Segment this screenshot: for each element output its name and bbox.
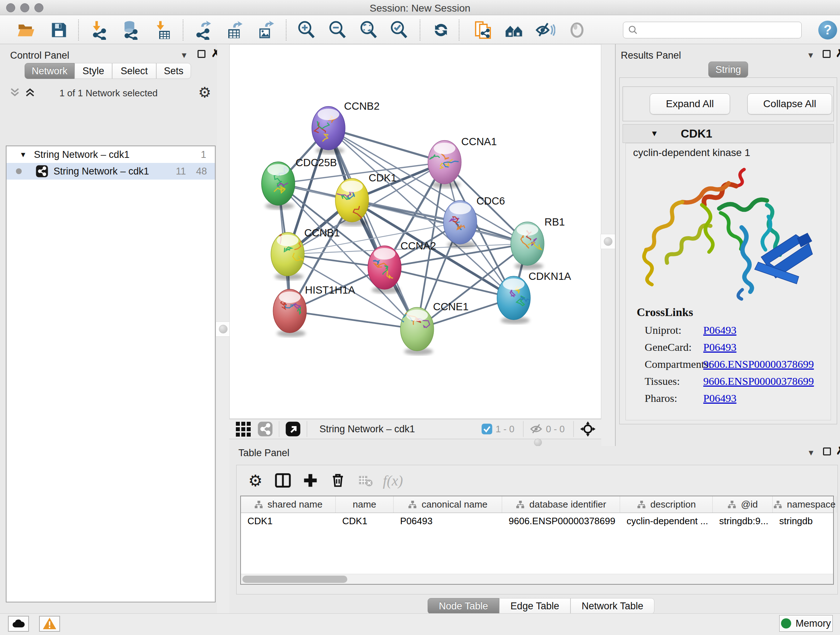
- network-node-CCNA2[interactable]: CCNA2: [368, 240, 436, 294]
- crosslink-link[interactable]: P06493: [703, 392, 737, 404]
- cloud-status-button[interactable]: [8, 616, 29, 632]
- float-panel-icon[interactable]: [823, 50, 831, 58]
- table-panel: Table Panel ▼ ✗ ⚙: [233, 446, 840, 613]
- horizontal-splitter-handle[interactable]: [534, 439, 542, 447]
- network-edge-CCNB2-CCNE1[interactable]: [328, 128, 417, 329]
- selected-checkbox-icon[interactable]: [481, 423, 493, 435]
- zoom-in-button[interactable]: [296, 19, 317, 41]
- tab-node-table[interactable]: Node Table: [428, 598, 499, 614]
- warnings-button[interactable]: [39, 616, 60, 632]
- zoom-fit-button[interactable]: [358, 19, 379, 41]
- section-collapse-icon[interactable]: ▼: [651, 129, 658, 138]
- save-session-button[interactable]: [49, 19, 69, 41]
- import-table-file-button[interactable]: [152, 19, 173, 41]
- apply-layout-button[interactable]: [431, 19, 452, 41]
- table-cell[interactable]: P06493: [393, 513, 502, 529]
- network-edge-CCNB2-CCNA1[interactable]: [328, 128, 445, 162]
- open-session-button[interactable]: [16, 19, 37, 41]
- fit-content-crosshair-icon[interactable]: [579, 421, 596, 437]
- first-neighbors-button[interactable]: [504, 19, 524, 41]
- import-network-database-button[interactable]: [120, 19, 141, 41]
- network-label: String Network – cdk1: [54, 166, 149, 177]
- network-edge-CCNA2-CDKN1A[interactable]: [385, 268, 514, 298]
- import-network-file-button[interactable]: [89, 19, 110, 41]
- show-columns-button[interactable]: [273, 470, 293, 491]
- network-node-CCNE1[interactable]: CCNE1: [399, 301, 469, 355]
- search-box[interactable]: [623, 22, 802, 38]
- left-splitter-handle[interactable]: [216, 321, 231, 337]
- create-column-button[interactable]: [300, 470, 321, 491]
- search-input[interactable]: [638, 25, 794, 36]
- network-canvas[interactable]: CCNB2CCNA1CDC25BCDK1CDC6RB1CCNB1CCNA2CDK…: [229, 44, 601, 419]
- network-node-CCNB2[interactable]: CCNB2: [312, 100, 379, 154]
- tab-network-table[interactable]: Network Table: [570, 598, 655, 614]
- column-header--id[interactable]: @id: [713, 496, 773, 513]
- column-header-name[interactable]: name: [336, 496, 393, 513]
- table-row[interactable]: CDK1CDK1P064939606.ENSP00000378699cyclin…: [241, 513, 833, 529]
- expand-all-button[interactable]: Expand All: [650, 93, 730, 114]
- hidden-eye-slash-icon[interactable]: [529, 422, 543, 436]
- tab-select[interactable]: Select: [112, 63, 156, 79]
- tab-style[interactable]: Style: [74, 63, 112, 79]
- tab-network[interactable]: Network: [25, 63, 74, 79]
- network-node-CDC6[interactable]: CDC6: [444, 195, 505, 249]
- share-network-icon[interactable]: [257, 421, 273, 437]
- crosslink-link[interactable]: P06493: [703, 324, 737, 336]
- column-header-database-identifier[interactable]: database identifier: [502, 496, 620, 513]
- export-network-button[interactable]: [193, 19, 214, 41]
- memory-button[interactable]: Memory: [779, 615, 833, 632]
- crosslink-link[interactable]: 9606.ENSP00000378699: [703, 358, 814, 371]
- close-panel-icon[interactable]: ✗: [836, 49, 840, 57]
- export-network-icon: [194, 20, 213, 40]
- table-cell[interactable]: CDK1: [336, 513, 393, 529]
- crosslink-link[interactable]: P06493: [703, 341, 737, 353]
- delete-column-button[interactable]: [328, 470, 348, 491]
- network-row-selected[interactable]: String Network – cdk1 11 48: [6, 163, 215, 180]
- network-collection-row[interactable]: ▼ String Network – cdk1 1: [6, 146, 215, 163]
- zoom-selected-button[interactable]: [388, 19, 409, 41]
- search-icon: [628, 25, 638, 35]
- help-button[interactable]: ?: [818, 21, 837, 40]
- column-header-canonical-name[interactable]: canonical name: [393, 496, 502, 513]
- zoom-out-button[interactable]: [327, 19, 348, 41]
- open-in-window-icon[interactable]: [285, 421, 301, 437]
- clone-network-button[interactable]: [472, 19, 493, 41]
- table-cell[interactable]: CDK1: [241, 513, 336, 529]
- tab-sets[interactable]: Sets: [156, 63, 191, 79]
- scrollbar-thumb[interactable]: [242, 576, 347, 583]
- hide-selected-button[interactable]: [535, 19, 556, 41]
- table-cell[interactable]: stringdb:9...: [713, 513, 773, 529]
- float-panel-icon[interactable]: [197, 50, 205, 58]
- table-horizontal-scrollbar[interactable]: [241, 574, 833, 584]
- network-node-CDC25B[interactable]: CDC25B: [262, 157, 337, 210]
- network-node-CDKN1A[interactable]: CDKN1A: [497, 271, 571, 324]
- panel-menu-caret-icon[interactable]: ▼: [807, 448, 815, 458]
- column-header-shared-name[interactable]: shared name: [241, 496, 336, 513]
- cdk1-section-header[interactable]: ▼ CDK1: [622, 124, 834, 143]
- network-node-RB1[interactable]: RB1: [511, 216, 565, 270]
- tab-string[interactable]: String: [708, 62, 748, 78]
- crosslink-link[interactable]: 9606.ENSP00000378699: [703, 375, 814, 387]
- panel-menu-caret-icon[interactable]: ▼: [180, 51, 188, 60]
- table-cell[interactable]: cyclin-dependent ...: [620, 513, 713, 529]
- table-cell[interactable]: stringdb: [773, 513, 836, 529]
- right-splitter-handle[interactable]: [600, 234, 616, 249]
- show-all-button[interactable]: [567, 19, 587, 41]
- export-table-button[interactable]: [224, 19, 245, 41]
- network-node-HIST1H1A[interactable]: HIST1H1A: [273, 284, 355, 337]
- table-cell[interactable]: 9606.ENSP00000378699: [502, 513, 620, 529]
- close-panel-icon[interactable]: ✗: [836, 447, 840, 455]
- tab-edge-table[interactable]: Edge Table: [499, 598, 570, 614]
- collapse-all-button[interactable]: Collapse All: [747, 93, 832, 114]
- panel-menu-caret-icon[interactable]: ▼: [807, 51, 815, 60]
- float-panel-icon[interactable]: [823, 448, 831, 455]
- network-options-gear-icon[interactable]: ⚙: [198, 84, 211, 101]
- network-edge-HIST1H1A-CCNE1[interactable]: [290, 311, 417, 329]
- table-options-gear-icon[interactable]: ⚙: [245, 470, 265, 491]
- birdseye-grid-icon[interactable]: [236, 422, 251, 437]
- collection-expand-icon[interactable]: ▼: [19, 150, 27, 159]
- column-header-namespace[interactable]: namespace: [773, 496, 836, 513]
- column-header-description[interactable]: description: [620, 496, 713, 513]
- left-splitter[interactable]: [217, 44, 229, 613]
- export-image-button[interactable]: [256, 19, 276, 41]
